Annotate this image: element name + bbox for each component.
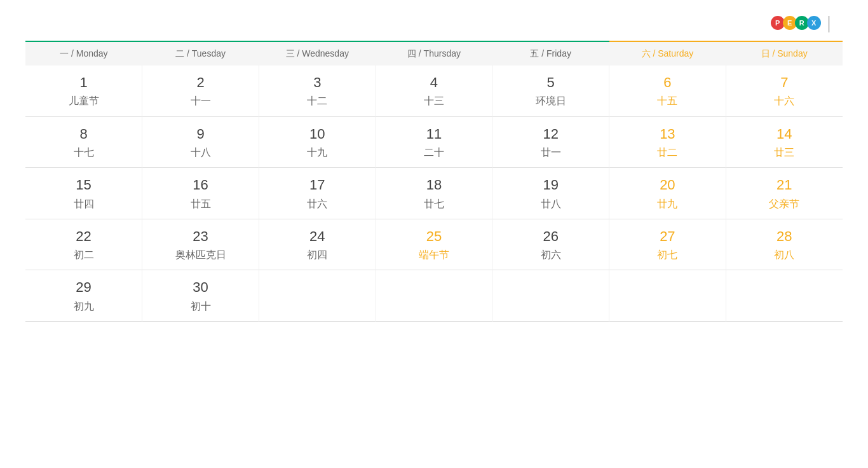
day-sub: 初六 [492, 249, 609, 261]
day-number: 27 [609, 228, 726, 245]
day-sub: 十一 [142, 95, 259, 107]
day-number: 23 [142, 228, 259, 245]
calendar-day: 27初七 [609, 219, 726, 270]
calendar-week-row: 8十七9十八10十九11二十12廿一13廿二14廿三 [25, 116, 843, 168]
day-sub: 廿二 [609, 146, 726, 158]
calendar-day: 14廿三 [726, 116, 843, 168]
day-sub: 廿七 [376, 198, 492, 210]
day-number: 19 [492, 177, 609, 193]
calendar-week-row: 22初二23奥林匹克日24初四25端午节26初六27初七28初八 [25, 219, 843, 270]
calendar-day: 25端午节 [376, 219, 492, 270]
day-number: 18 [376, 177, 492, 193]
day-number: 15 [25, 177, 142, 193]
day-number: 4 [376, 74, 492, 91]
day-sub: 初十 [142, 300, 259, 312]
day-number: 26 [492, 228, 609, 245]
calendar-week-row: 1儿童节2十一3十二4十三5环境日6十五7十六 [25, 65, 843, 116]
brand-logo: P E R X [771, 16, 819, 30]
day-sub: 初七 [609, 249, 726, 261]
day-sub: 廿八 [492, 198, 609, 210]
day-sub: 廿四 [25, 198, 142, 210]
day-number: 30 [142, 279, 259, 296]
day-number: 9 [142, 126, 259, 142]
day-sub: 初九 [25, 300, 142, 312]
calendar-table: 一 / Monday二 / Tuesday三 / Wednesday四 / Th… [25, 41, 843, 322]
weekday-header-saturday: 六 / Saturday [609, 41, 726, 65]
day-number: 13 [609, 126, 726, 142]
calendar-day: 16廿五 [142, 168, 259, 219]
day-sub: 端午节 [376, 249, 492, 261]
calendar-day: 24初四 [259, 219, 376, 270]
day-sub: 初八 [726, 249, 843, 261]
calendar-day: 17廿六 [259, 168, 376, 219]
day-number: 16 [142, 177, 259, 193]
calendar-body: 1儿童节2十一3十二4十三5环境日6十五7十六8十七9十八10十九11二十12廿… [25, 65, 843, 321]
day-number: 20 [609, 177, 726, 193]
day-number: 3 [259, 74, 376, 91]
weekday-header-friday: 五 / Friday [492, 41, 609, 65]
day-sub: 十五 [609, 95, 726, 107]
day-sub: 十三 [376, 95, 492, 107]
day-number: 11 [376, 126, 492, 142]
weekday-header-sunday: 日 / Sunday [726, 41, 843, 65]
day-sub: 十六 [726, 95, 843, 107]
day-number: 2 [142, 74, 259, 91]
calendar-day: 10十九 [259, 116, 376, 168]
day-sub: 十九 [259, 146, 376, 158]
day-number: 24 [259, 228, 376, 245]
calendar-day: 19廿八 [492, 168, 609, 219]
calendar-day: 21父亲节 [726, 168, 843, 219]
day-number: 28 [726, 228, 843, 245]
day-number: 14 [726, 126, 843, 142]
day-sub: 环境日 [492, 95, 609, 107]
calendar-day: 3十二 [259, 65, 376, 116]
calendar-day: 15廿四 [25, 168, 142, 219]
calendar-day: 8十七 [25, 116, 142, 168]
day-sub: 父亲节 [726, 198, 843, 210]
weekday-header-monday: 一 / Monday [25, 41, 142, 65]
header: P E R X | [25, 13, 843, 34]
weekday-header-wednesday: 三 / Wednesday [259, 41, 376, 65]
day-number: 10 [259, 126, 376, 142]
calendar-day: 26初六 [492, 219, 609, 270]
calendar-day [259, 270, 376, 322]
day-sub: 儿童节 [25, 95, 142, 107]
day-sub: 廿三 [726, 146, 843, 158]
day-number: 7 [726, 74, 843, 91]
day-number: 25 [376, 228, 492, 245]
calendar-day: 18廿七 [376, 168, 492, 219]
calendar-page: P E R X | 一 / Monday二 / Tuesday三 / Wedne… [0, 0, 868, 468]
weekday-header-row: 一 / Monday二 / Tuesday三 / Wednesday四 / Th… [25, 41, 843, 65]
day-number: 6 [609, 74, 726, 91]
day-number: 17 [259, 177, 376, 193]
calendar-day: 20廿九 [609, 168, 726, 219]
day-sub: 十八 [142, 146, 259, 158]
calendar-day: 30初十 [142, 270, 259, 322]
brand-top: P E R X | [771, 13, 843, 33]
calendar-day: 2十一 [142, 65, 259, 116]
brand-block: P E R X | [771, 13, 843, 34]
day-sub: 廿六 [259, 198, 376, 210]
calendar-day: 13廿二 [609, 116, 726, 168]
day-sub: 初四 [259, 249, 376, 261]
day-sub: 十二 [259, 95, 376, 107]
day-number: 29 [25, 279, 142, 296]
calendar-day [492, 270, 609, 322]
calendar-day: 28初八 [726, 219, 843, 270]
day-sub: 十七 [25, 146, 142, 158]
calendar-week-row: 29初九30初十 [25, 270, 843, 322]
calendar-day: 11二十 [376, 116, 492, 168]
calendar-day [609, 270, 726, 322]
day-number: 22 [25, 228, 142, 245]
day-sub: 廿五 [142, 198, 259, 210]
calendar-day: 4十三 [376, 65, 492, 116]
day-number: 5 [492, 74, 609, 91]
calendar-day: 12廿一 [492, 116, 609, 168]
calendar-day: 22初二 [25, 219, 142, 270]
calendar-day: 9十八 [142, 116, 259, 168]
day-sub: 奥林匹克日 [142, 249, 259, 261]
day-number: 1 [25, 74, 142, 91]
calendar-day: 6十五 [609, 65, 726, 116]
day-sub: 初二 [25, 249, 142, 261]
weekday-header-thursday: 四 / Thursday [376, 41, 492, 65]
